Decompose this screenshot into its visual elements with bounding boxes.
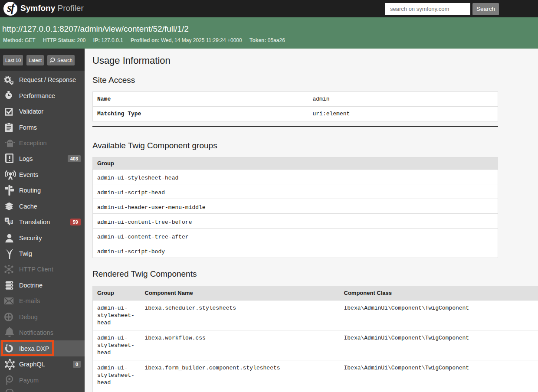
svg-text:示: 示 (8, 220, 13, 225)
